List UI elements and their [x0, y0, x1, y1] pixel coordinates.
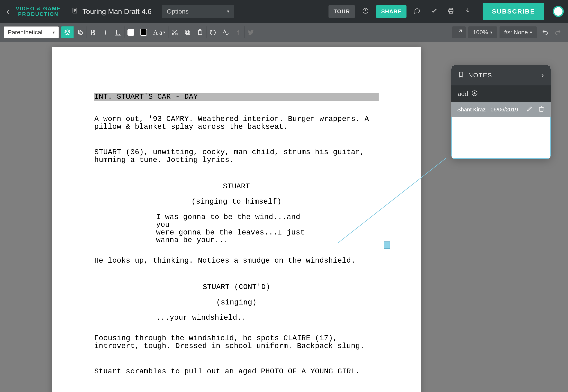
top-bar: ‹ VIDEO & GAME PRODUCTION Touring Man Dr…	[0, 0, 568, 23]
svg-line-17	[459, 30, 461, 32]
comment-icon[interactable]	[411, 7, 423, 16]
subscribe-button[interactable]: SUBSCRIBE	[483, 3, 544, 20]
format-toolbar: Parenthetical ▾ B I U A a ▾ f 100% ▾	[0, 23, 568, 42]
script-page[interactable]: INT. STUART'S CAR - DAY A worn-out, '93 …	[52, 47, 421, 392]
notes-header[interactable]: NOTES ›	[451, 65, 551, 85]
chevron-down-icon: ▾	[53, 30, 55, 35]
download-icon[interactable]	[461, 7, 474, 16]
element-type-select[interactable]: Parenthetical ▾	[4, 27, 59, 38]
character-cue[interactable]: STUART	[94, 183, 379, 190]
back-button[interactable]: ‹	[4, 6, 12, 17]
action-block[interactable]: Focusing through the windshield, he spot…	[94, 335, 379, 350]
parenthetical[interactable]: (singing to himself)	[94, 198, 379, 206]
svg-rect-22	[540, 107, 543, 112]
paste-icon[interactable]	[194, 27, 206, 38]
options-label: Options	[167, 8, 189, 15]
tour-button[interactable]: TOUR	[329, 5, 355, 18]
find-replace-icon[interactable]	[206, 27, 219, 38]
delete-note-icon[interactable]	[538, 106, 545, 114]
plus-circle-icon	[471, 90, 478, 98]
fullscreen-button[interactable]	[452, 27, 466, 38]
twitter-icon[interactable]	[244, 27, 257, 38]
brand-line1: VIDEO & GAME	[16, 6, 61, 11]
facebook-icon[interactable]: f	[232, 27, 244, 38]
chevron-down-icon: ▾	[227, 9, 229, 14]
brand-line2: PRODUCTION	[16, 11, 61, 17]
element-type-label: Parenthetical	[8, 29, 42, 36]
add-label: add	[458, 90, 468, 98]
notes-title: NOTES	[468, 72, 492, 79]
numbering-value: #s: None	[504, 29, 528, 36]
italic-button[interactable]: I	[99, 27, 112, 38]
note-anchor-marker[interactable]	[384, 241, 390, 249]
note-body-input[interactable]	[451, 117, 551, 159]
document-icon	[71, 7, 78, 16]
numbering-select[interactable]: #s: None ▾	[499, 27, 537, 38]
chevron-down-icon: ▾	[530, 30, 532, 35]
options-dropdown[interactable]: Options ▾	[162, 5, 234, 18]
right-toolbar-group: 100% ▾ #s: None ▾	[450, 27, 564, 38]
scene-heading[interactable]: INT. STUART'S CAR - DAY	[94, 93, 379, 101]
underline-button[interactable]: U	[112, 27, 124, 38]
copy-icon[interactable]	[181, 27, 194, 38]
bookmark-icon	[458, 71, 464, 80]
print-icon[interactable]	[444, 7, 457, 16]
note-author-date: Shant Kiraz - 06/06/2019	[457, 106, 518, 113]
add-note-button[interactable]: add	[451, 85, 551, 102]
dual-d-icon[interactable]	[74, 27, 86, 38]
edit-note-icon[interactable]	[526, 106, 533, 114]
approve-icon[interactable]	[428, 7, 440, 16]
action-block[interactable]: Stuart scrambles to pull out an aged PHO…	[94, 368, 379, 375]
highlight-color-button[interactable]	[124, 27, 137, 38]
svg-rect-13	[186, 31, 190, 35]
chevron-right-icon[interactable]: ›	[541, 71, 544, 80]
action-block[interactable]: He looks up, thinking. Notices a smudge …	[94, 257, 379, 265]
avatar[interactable]	[553, 6, 564, 17]
action-block[interactable]: STUART (36), unwitting, cocky, man child…	[94, 148, 379, 164]
action-block[interactable]: A worn-out, '93 CAMRY. Weathered interio…	[94, 115, 379, 131]
character-cue[interactable]: STUART (CONT'D)	[94, 283, 379, 291]
svg-rect-14	[185, 30, 189, 33]
parenthetical[interactable]: (singing)	[94, 299, 379, 306]
notes-panel: NOTES › add Shant Kiraz - 06/06/2019	[451, 65, 551, 159]
cut-icon[interactable]	[168, 27, 181, 38]
editor-area: INT. STUART'S CAR - DAY A worn-out, '93 …	[0, 42, 568, 392]
zoom-select[interactable]: 100% ▾	[468, 27, 497, 38]
undo-button[interactable]	[539, 27, 552, 38]
history-icon[interactable]	[359, 7, 372, 16]
zoom-value: 100%	[473, 29, 488, 36]
share-button[interactable]: SHARE	[376, 5, 406, 18]
spellcheck-icon[interactable]	[219, 27, 232, 38]
script-content[interactable]: INT. STUART'S CAR - DAY A worn-out, '93 …	[94, 85, 379, 392]
text-color-button[interactable]	[137, 27, 150, 38]
bold-button[interactable]: B	[86, 27, 99, 38]
note-meta-bar: Shant Kiraz - 06/06/2019	[451, 102, 551, 117]
chevron-down-icon: ▾	[490, 30, 492, 35]
document-title[interactable]: Touring Man Draft 4.6	[83, 7, 152, 16]
dialogue-block[interactable]: I was gonna to be the wind...and you wer…	[156, 213, 317, 244]
dialogue-block[interactable]: ...your windshield..	[156, 314, 317, 322]
redo-button[interactable]	[552, 27, 564, 38]
brand-label[interactable]: VIDEO & GAME PRODUCTION	[16, 6, 61, 17]
text-case-button[interactable]: A a ▾	[150, 27, 168, 38]
tag-icon[interactable]	[61, 27, 74, 38]
